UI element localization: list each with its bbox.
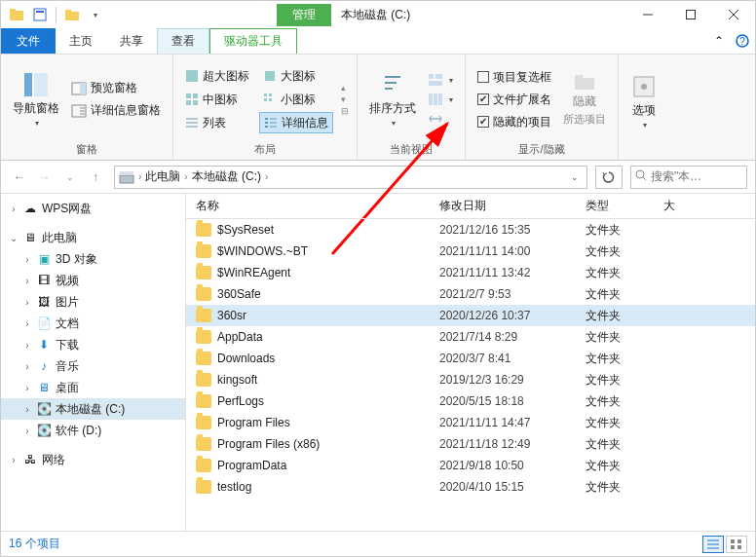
file-row[interactable]: Program Files (x86)2021/11/18 12:49文件夹 (186, 433, 755, 455)
svg-rect-54 (120, 175, 133, 183)
tab-drive-tools[interactable]: 驱动器工具 (209, 28, 297, 54)
sidebar-item-this-pc[interactable]: ⌄🖥此电脑 (1, 227, 185, 248)
search-input[interactable]: 搜索"本… (630, 166, 747, 189)
file-row[interactable]: testlog2020/4/10 15:15文件夹 (186, 476, 755, 498)
file-date: 2021/11/11 14:47 (439, 416, 586, 429)
view-list[interactable]: 列表 (181, 112, 253, 133)
collapse-ribbon-icon[interactable]: ⌃ (708, 28, 730, 54)
navigation-tree: ›☁WPS网盘 ⌄🖥此电脑 ›▣3D 对象 ›🎞视频 ›🖼图片 ›📄文档 ›⬇下… (1, 194, 186, 531)
svg-rect-33 (265, 118, 268, 120)
sidebar-item-videos[interactable]: ›🎞视频 (1, 270, 185, 291)
file-row[interactable]: kingsoft2019/12/3 16:29文件夹 (186, 369, 755, 390)
sidebar-item-pictures[interactable]: ›🖼图片 (1, 291, 185, 313)
folder-icon (196, 352, 211, 365)
hidden-items-toggle[interactable]: 隐藏的项目 (473, 112, 555, 132)
hide-selected-button[interactable]: 隐藏 所选项目 (559, 70, 610, 129)
tab-home[interactable]: 主页 (56, 28, 106, 54)
view-extra-large-icons[interactable]: 超大图标 (181, 65, 253, 87)
maximize-button[interactable] (669, 1, 712, 28)
sidebar-item-documents[interactable]: ›📄文档 (1, 313, 185, 334)
column-size[interactable]: 大 (663, 198, 702, 214)
add-columns-button[interactable]: ▾ (424, 91, 457, 108)
sidebar-item-3d-objects[interactable]: ›▣3D 对象 (1, 248, 185, 270)
svg-rect-29 (269, 98, 272, 101)
file-row[interactable]: $WinREAgent2021/11/11 13:42文件夹 (186, 262, 755, 283)
file-date: 2021/7/14 8:29 (439, 330, 586, 344)
nav-pane-button[interactable]: 导航窗格 ▾ (9, 69, 63, 130)
view-medium-icons[interactable]: 中图标 (181, 89, 253, 110)
file-row[interactable]: 360Safe2021/2/7 9:53文件夹 (186, 283, 755, 305)
breadcrumb-this-pc[interactable]: 此电脑 (145, 168, 180, 185)
icons-view-switch[interactable] (726, 536, 747, 553)
sidebar-item-wps[interactable]: ›☁WPS网盘 (1, 198, 185, 219)
preview-pane-button[interactable]: 预览窗格 (67, 78, 165, 98)
details-pane-label: 详细信息窗格 (91, 102, 161, 119)
sidebar-item-downloads[interactable]: ›⬇下载 (1, 334, 185, 355)
tab-file[interactable]: 文件 (1, 28, 56, 54)
qat-properties-icon[interactable] (30, 5, 50, 24)
svg-rect-4 (65, 12, 79, 20)
up-button[interactable]: ↑ (85, 167, 106, 188)
folder-icon (196, 244, 211, 258)
svg-rect-22 (186, 93, 191, 98)
size-columns-button[interactable] (424, 110, 457, 128)
svg-rect-37 (265, 126, 268, 128)
close-button[interactable] (712, 1, 755, 28)
tab-view[interactable]: 查看 (157, 28, 209, 54)
svg-rect-0 (10, 11, 23, 20)
details-view-switch[interactable] (702, 536, 724, 553)
file-row[interactable]: PerfLogs2020/5/15 18:18文件夹 (186, 390, 755, 412)
view-large-icons[interactable]: 大图标 (259, 65, 333, 87)
details-pane-button[interactable]: 详细信息窗格 (67, 100, 165, 121)
forward-button[interactable]: → (34, 167, 56, 188)
item-checkboxes-toggle[interactable]: 项目复选框 (473, 67, 555, 88)
layout-group-label: 布局 (181, 140, 349, 160)
file-extensions-toggle[interactable]: 文件扩展名 (473, 90, 555, 110)
back-button[interactable]: ← (9, 167, 30, 188)
folder-icon (196, 373, 211, 387)
sidebar-item-c-drive[interactable]: ›💽本地磁盘 (C:) (1, 398, 185, 420)
column-date[interactable]: 修改日期 (439, 198, 586, 214)
sidebar-item-desktop[interactable]: ›🖥桌面 (1, 377, 185, 398)
folder-icon (196, 287, 211, 301)
network-icon: 🖧 (22, 452, 38, 467)
recent-locations-button[interactable]: ⌄ (59, 167, 81, 188)
group-by-button[interactable]: ▾ (424, 71, 457, 89)
sidebar-item-d-drive[interactable]: ›💽软件 (D:) (1, 420, 185, 441)
column-name[interactable]: 名称 (196, 198, 439, 214)
view-small-icons[interactable]: 小图标 (259, 89, 333, 110)
file-name: AppData (217, 330, 263, 344)
options-button[interactable]: 选项 ▾ (626, 71, 662, 131)
file-row[interactable]: AppData2021/7/14 8:29文件夹 (186, 326, 755, 348)
file-type: 文件夹 (586, 479, 663, 496)
breadcrumb-drive[interactable]: 本地磁盘 (C:) (192, 168, 261, 185)
file-row[interactable]: Program Files2021/11/11 14:47文件夹 (186, 412, 755, 433)
svg-rect-45 (429, 93, 433, 105)
file-row[interactable]: ProgramData2021/9/18 10:50文件夹 (186, 455, 755, 476)
file-row[interactable]: Downloads2020/3/7 8:41文件夹 (186, 348, 755, 369)
tab-share[interactable]: 共享 (106, 28, 157, 54)
minimize-button[interactable] (626, 1, 669, 28)
qat-customize-icon[interactable]: ▾ (86, 5, 105, 24)
view-details[interactable]: 详细信息 (259, 112, 333, 133)
svg-point-56 (636, 170, 644, 178)
file-row[interactable]: 360sr2020/12/26 10:37文件夹 (186, 305, 755, 326)
folder-icon (196, 330, 211, 344)
column-type[interactable]: 类型 (586, 198, 663, 214)
address-dropdown-icon[interactable]: ⌄ (567, 172, 583, 182)
sort-by-button[interactable]: 排序方式 ▾ (365, 69, 420, 130)
svg-point-52 (641, 84, 647, 90)
status-bar: 16 个项目 (1, 531, 755, 556)
sidebar-item-music[interactable]: ›♪音乐 (1, 355, 185, 377)
sidebar-item-network[interactable]: ›🖧网络 (1, 449, 185, 470)
qat-newfolder-icon[interactable] (62, 5, 82, 24)
help-icon[interactable]: ? (730, 28, 755, 54)
breadcrumb[interactable]: › 此电脑 › 本地磁盘 (C:) › ⌄ (114, 166, 587, 189)
file-row[interactable]: $SysReset2021/12/16 15:35文件夹 (186, 219, 755, 241)
svg-rect-55 (120, 171, 133, 175)
column-headers[interactable]: 名称 修改日期 类型 大 (186, 194, 755, 219)
file-row[interactable]: $WINDOWS.~BT2021/11/11 14:00文件夹 (186, 241, 755, 262)
refresh-button[interactable] (595, 166, 623, 189)
file-type: 文件夹 (586, 436, 663, 453)
file-name: testlog (217, 480, 251, 494)
